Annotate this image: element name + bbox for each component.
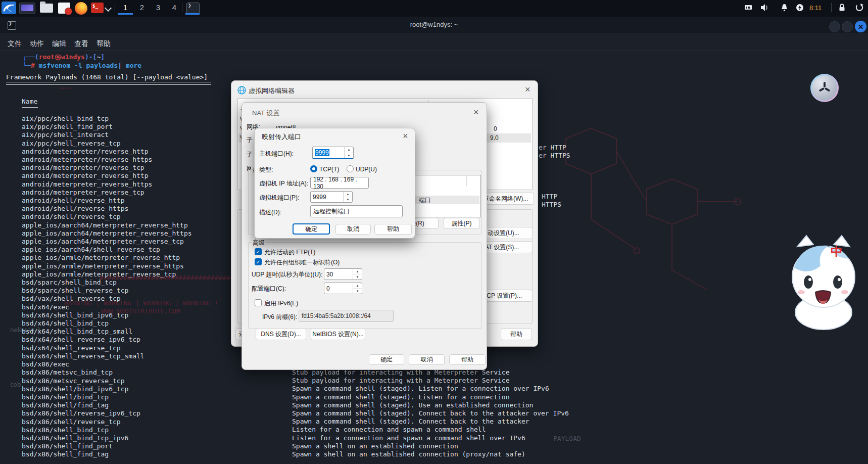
nat-ok-button[interactable]: 确定 bbox=[369, 354, 404, 365]
bg-circuit-art bbox=[536, 118, 748, 310]
payload-row: aix/ppc/shell_interact bbox=[22, 131, 192, 139]
terminal-menubar: 文件 动作 编辑 查看 帮助 bbox=[0, 33, 868, 51]
terminal-title: root@w1ndys: ~ bbox=[0, 21, 868, 28]
stepper-up[interactable]: ▲ bbox=[353, 283, 362, 289]
port-ok-button[interactable]: 确定 bbox=[293, 223, 330, 235]
desktop-widget-sphere[interactable] bbox=[810, 74, 839, 102]
payload-count-header: Framework Payloads (1468 total) [--paylo… bbox=[6, 73, 208, 81]
volume-icon[interactable] bbox=[760, 3, 769, 12]
stepper-up[interactable]: ▲ bbox=[344, 192, 352, 197]
payload-row: android/meterpreter_reverse_http bbox=[22, 172, 192, 180]
kali-menu-icon[interactable] bbox=[2, 2, 16, 14]
advanced-label: 高级 bbox=[251, 239, 266, 247]
workspace-3[interactable]: 3 bbox=[151, 2, 166, 13]
enable-ipv6-checkbox[interactable] bbox=[255, 299, 262, 306]
close-button[interactable]: ✕ bbox=[855, 21, 866, 32]
payload-row: apple_ios/armle/meterpreter_reverse_http bbox=[22, 254, 192, 262]
lock-icon[interactable] bbox=[838, 3, 846, 12]
vm-ip-field[interactable]: 192 . 168 . 169 . 130 bbox=[310, 177, 369, 189]
payload-row: bsd/x64/shell_reverse_tcp_small bbox=[22, 352, 192, 360]
allow-oui-checkbox[interactable]: ✓ bbox=[255, 258, 262, 265]
terminal-titlebar[interactable]: root@w1ndys: ~ ✕ bbox=[0, 17, 868, 33]
udp-label: UDP(U) bbox=[356, 166, 377, 173]
minimize-button[interactable] bbox=[829, 21, 840, 32]
port-close-icon[interactable]: × bbox=[403, 131, 408, 141]
workspace-2[interactable]: 2 bbox=[134, 2, 150, 13]
editor-close-icon[interactable]: × bbox=[525, 85, 531, 94]
text-editor-icon[interactable] bbox=[58, 3, 70, 14]
payload-row: bsd/x64/shell_reverse_tcp bbox=[22, 344, 192, 352]
firefox-icon[interactable] bbox=[75, 2, 87, 15]
tcp-label: TCP(T) bbox=[319, 166, 339, 173]
name-column-header: Name bbox=[22, 98, 37, 106]
ipv6-prefix-field: fd15:4ba5:5a2b:1008::/64 bbox=[299, 310, 394, 322]
terminal-window-button[interactable] bbox=[186, 3, 200, 14]
workspace-4[interactable]: 4 bbox=[167, 2, 182, 13]
editor-dialog-title: 虚拟网络编辑器 bbox=[249, 86, 295, 96]
config-port-stepper[interactable]: 0 ▲▼ bbox=[324, 283, 362, 294]
payload-row: bsd/x64/shell_bind_ipv6_tcp bbox=[22, 311, 192, 319]
payload-row: bsd/vax/shell_reverse_tcp bbox=[22, 295, 192, 303]
udp-timeout-stepper[interactable]: 30 ▲▼ bbox=[324, 268, 362, 280]
stepper-up[interactable]: ▲ bbox=[345, 147, 353, 153]
nat-close-icon[interactable]: × bbox=[473, 108, 479, 117]
description-row: Listen for a connection and spawn a comm… bbox=[292, 434, 569, 442]
clock[interactable]: 8:11 bbox=[809, 4, 822, 12]
bell-icon[interactable] bbox=[780, 3, 789, 12]
payload-row: apple_ios/aarch64/meterpreter_reverse_ht… bbox=[22, 229, 192, 238]
editor-help-button[interactable]: 帮助 bbox=[501, 328, 532, 340]
payload-row: bsd/x86/shell/bind_ipv6_tcp bbox=[22, 385, 192, 393]
dns-settings-button[interactable]: DNS 设置(D)... bbox=[256, 328, 306, 340]
host-port-stepper[interactable]: 9999 ▲▼ bbox=[312, 147, 354, 159]
panel-separator bbox=[115, 3, 115, 12]
mascot-character: 中 bbox=[782, 233, 865, 331]
stepper-down[interactable]: ▼ bbox=[353, 289, 362, 294]
vm-ip-label: 虚拟机 IP 地址(A): bbox=[259, 179, 308, 188]
nat-help-button[interactable]: 帮助 bbox=[449, 354, 486, 365]
payload-row: bsd/sparc/shell_reverse_tcp bbox=[22, 287, 192, 295]
power-manager-icon[interactable] bbox=[795, 3, 804, 12]
vm-port-stepper[interactable]: 9999 ▲▼ bbox=[310, 191, 353, 203]
payload-row: android/meterpreter/reverse_https bbox=[22, 156, 192, 164]
properties-button[interactable]: 属性(P) bbox=[444, 218, 479, 229]
description-row: Spawn a shell on an established connecti… bbox=[292, 442, 569, 450]
allow-oui-label: 允许任何组织唯一标识符(O) bbox=[264, 258, 340, 267]
netbios-settings-button[interactable]: NetBIOS 设置(N)... bbox=[311, 328, 365, 340]
payload-row: bsd/x64/shell_reverse_ipv6_tcp bbox=[22, 336, 192, 344]
description-field[interactable]: 远程控制端口 bbox=[310, 205, 403, 217]
payload-row: apple_ios/aarch64/meterpreter_reverse_tc… bbox=[22, 238, 192, 246]
logout-icon[interactable] bbox=[855, 3, 864, 12]
allow-active-ftp-label: 允许活动的 FTP(T) bbox=[264, 248, 315, 257]
chevron-down-icon[interactable] bbox=[105, 5, 112, 12]
port-help-button[interactable]: 帮助 bbox=[374, 224, 412, 235]
tcp-radio[interactable] bbox=[310, 165, 317, 172]
network-icon[interactable] bbox=[744, 4, 753, 12]
stepper-down[interactable]: ▼ bbox=[345, 153, 353, 159]
nat-cancel-button[interactable]: 取消 bbox=[409, 354, 445, 365]
header-underline bbox=[6, 82, 211, 85]
panel-separator bbox=[831, 3, 832, 12]
payload-row: android/shell/reverse_tcp bbox=[22, 213, 192, 221]
udp-timeout-label: UDP 超时(以秒为单位)(U): bbox=[252, 270, 322, 279]
stepper-up[interactable]: ▲ bbox=[353, 269, 362, 274]
payload-row: bsd/x86/shell_bind_tcp_ipv6 bbox=[22, 434, 192, 442]
port-cancel-button[interactable]: 取消 bbox=[335, 224, 371, 235]
display-settings-icon[interactable] bbox=[19, 3, 35, 14]
stepper-down[interactable]: ▼ bbox=[353, 274, 362, 280]
root-terminal-icon[interactable]: $_ bbox=[91, 3, 104, 13]
payload-row: aix/ppc/shell_bind_tcp bbox=[22, 115, 192, 123]
stepper-down[interactable]: ▼ bbox=[344, 197, 352, 202]
top-panel: $_ 1 2 3 4 8:11 bbox=[0, 0, 868, 16]
nat-left-fragment: 子 bbox=[247, 136, 253, 145]
udp-radio[interactable] bbox=[347, 165, 354, 172]
allow-active-ftp-checkbox[interactable]: ✓ bbox=[255, 248, 262, 255]
payload-row: bsd/x86/shell_find_tag bbox=[22, 450, 192, 458]
bg-art: ***** bbox=[58, 85, 73, 94]
maximize-button[interactable] bbox=[842, 21, 853, 32]
file-manager-icon[interactable] bbox=[40, 4, 53, 13]
active-window-indicator bbox=[185, 13, 200, 15]
nat-dialog-title: NAT 设置 bbox=[252, 109, 279, 118]
description-row: Spawn a command shell (staged). Listen f… bbox=[292, 393, 569, 401]
payload-row: bsd/x86/exec bbox=[22, 360, 192, 368]
workspace-1[interactable]: 1 bbox=[118, 2, 133, 13]
